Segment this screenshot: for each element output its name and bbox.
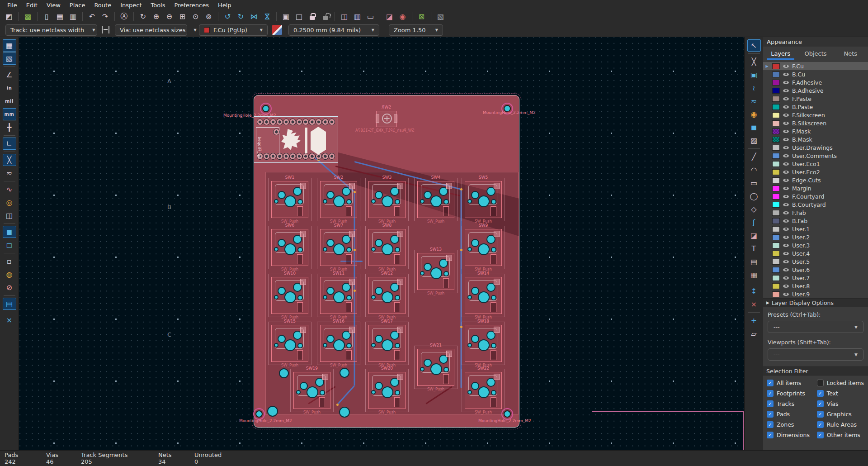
menu-file[interactable]: File xyxy=(3,1,22,10)
layer-row-F.Mask[interactable]: F.Mask xyxy=(763,127,868,135)
visibility-eye-icon[interactable] xyxy=(783,153,789,159)
switch-SW21[interactable] xyxy=(417,349,454,386)
plot-button[interactable]: ▥ xyxy=(67,11,79,22)
switch-SW17[interactable] xyxy=(368,325,406,362)
track-width-select[interactable]: Track: use netclass width ▼ xyxy=(5,24,97,36)
menu-route[interactable]: Route xyxy=(90,1,116,10)
checkbox-checked-icon[interactable]: ✓ xyxy=(767,390,774,397)
switch-SW4[interactable] xyxy=(417,181,454,218)
layer-row-B.Adhesive[interactable]: B.Adhesive xyxy=(763,86,868,95)
filter-item-locked-items[interactable]: Locked items xyxy=(817,380,864,386)
layer-row-User.2[interactable]: User.2 xyxy=(763,233,868,241)
visibility-eye-icon[interactable] xyxy=(783,63,789,69)
layer-color-swatch[interactable] xyxy=(772,210,780,216)
layer-row-B.Silkscreen[interactable]: B.Silkscreen xyxy=(763,119,868,127)
menu-place[interactable]: Place xyxy=(65,1,90,10)
layer-row-Margin[interactable]: Margin xyxy=(763,184,868,192)
visibility-eye-icon[interactable] xyxy=(783,96,789,102)
library-browser-button[interactable]: ▥ xyxy=(351,11,363,22)
checkbox-checked-icon[interactable]: ✓ xyxy=(767,400,774,407)
zone-fill-display-button[interactable]: ◼ xyxy=(3,226,16,238)
polar-coordinates-button[interactable]: ∠ xyxy=(3,69,16,81)
visibility-eye-icon[interactable] xyxy=(783,283,789,289)
zoom-in-button[interactable]: ⊕ xyxy=(150,11,162,22)
visibility-eye-icon[interactable] xyxy=(783,137,789,143)
filter-item-text[interactable]: ✓Text xyxy=(817,390,864,397)
zoom-selection-button[interactable]: ⊚ xyxy=(203,11,215,22)
visibility-eye-icon[interactable] xyxy=(783,80,789,86)
filter-item-dimensions[interactable]: ✓Dimensions xyxy=(767,432,817,438)
layer-color-swatch[interactable] xyxy=(772,128,780,134)
switch-SW16[interactable] xyxy=(320,325,357,362)
add-bezier-button[interactable]: ʃ xyxy=(747,216,761,228)
menu-view[interactable]: View xyxy=(42,1,65,10)
visibility-eye-icon[interactable] xyxy=(783,104,789,110)
switch-SW20[interactable] xyxy=(368,372,406,409)
layer-color-swatch[interactable] xyxy=(772,96,780,102)
switch-SW8[interactable] xyxy=(368,229,406,266)
layer-color-swatch[interactable] xyxy=(772,80,780,86)
menu-inspect[interactable]: Inspect xyxy=(116,1,146,10)
filter-item-graphics[interactable]: ✓Graphics xyxy=(817,411,864,418)
lock-button[interactable] xyxy=(306,11,318,22)
filter-item-pads[interactable]: ✓Pads xyxy=(767,411,817,418)
auto-track-width-icon[interactable] xyxy=(102,26,109,33)
layer-row-F.Cu[interactable]: ▶F.Cu xyxy=(763,62,868,70)
layer-row-F.Adhesive[interactable]: F.Adhesive xyxy=(763,78,868,86)
add-line-button[interactable]: ╱ xyxy=(747,151,761,163)
visibility-eye-icon[interactable] xyxy=(783,194,789,200)
layer-row-F.Fab[interactable]: F.Fab xyxy=(763,209,868,217)
tab-nets[interactable]: Nets xyxy=(833,48,868,60)
switch-SW3[interactable] xyxy=(368,181,406,218)
layer-color-swatch[interactable] xyxy=(772,202,780,208)
layer-row-B.Fab[interactable]: B.Fab xyxy=(763,217,868,225)
layer-color-swatch[interactable] xyxy=(772,145,780,151)
add-polygon-button[interactable]: ◇ xyxy=(747,203,761,215)
presets-select[interactable]: --- ▼ xyxy=(768,321,863,333)
active-layer-select[interactable]: F.Cu (PgUp) ▼ xyxy=(199,24,268,36)
layer-color-swatch[interactable] xyxy=(772,267,780,273)
visibility-eye-icon[interactable] xyxy=(783,234,789,240)
find-button[interactable]: Ⓐ xyxy=(118,11,130,22)
switch-SW19[interactable] xyxy=(293,372,330,409)
pad-transparency-button[interactable]: ◍ xyxy=(3,268,16,281)
menu-help[interactable]: Help xyxy=(213,1,236,10)
limit-45-degree-button[interactable]: ∟ xyxy=(3,138,16,150)
filter-item-tracks[interactable]: ✓Tracks xyxy=(767,400,817,407)
layer-row-F.Paste[interactable]: F.Paste xyxy=(763,95,868,103)
add-text-button[interactable]: T xyxy=(747,243,761,255)
edit-footprints-button[interactable]: ◫ xyxy=(338,11,350,22)
layer-row-User.8[interactable]: User.8 xyxy=(763,282,868,290)
zoom-out-button[interactable]: ⊖ xyxy=(163,11,175,22)
layer-color-swatch[interactable] xyxy=(772,275,780,281)
checkbox-checked-icon[interactable]: ✓ xyxy=(817,432,824,438)
checkbox-checked-icon[interactable]: ✓ xyxy=(817,400,824,407)
visibility-eye-icon[interactable] xyxy=(783,210,789,216)
add-zone-button[interactable]: ◼ xyxy=(747,121,761,133)
layer-row-B.Courtyard[interactable]: B.Courtyard xyxy=(763,200,868,209)
grid-origin-button[interactable]: + xyxy=(747,314,761,327)
filter-item-zones[interactable]: ✓Zones xyxy=(767,421,817,428)
visibility-eye-icon[interactable] xyxy=(783,128,789,134)
layer-row-User.Drawings[interactable]: User.Drawings xyxy=(763,143,868,152)
visibility-eye-icon[interactable] xyxy=(783,251,789,257)
units-inches-button[interactable]: in xyxy=(3,82,16,94)
reset-switch-SWR[interactable] xyxy=(376,111,397,127)
layer-display-options-bar[interactable]: ▶ Layer Display Options xyxy=(763,298,868,307)
show-ratsnest-button[interactable]: ╳ xyxy=(3,154,16,166)
layer-color-swatch[interactable] xyxy=(772,218,780,224)
switch-SW11[interactable] xyxy=(320,277,357,314)
flip-vertical-button[interactable]: ⋈ xyxy=(261,11,273,22)
highlight-ratsnest-button[interactable]: ╳ xyxy=(747,56,761,68)
unlock-button[interactable] xyxy=(319,11,331,22)
sketch-pads-button[interactable]: ◫ xyxy=(3,209,16,222)
layer-color-swatch[interactable] xyxy=(772,259,780,265)
via-size-select[interactable]: Via: use netclass sizes ▼ xyxy=(115,24,187,36)
board-setup-button[interactable]: ▩ xyxy=(22,11,34,22)
layer-row-User.4[interactable]: User.4 xyxy=(763,249,868,257)
via-transparency-button[interactable]: ⊘ xyxy=(3,281,16,294)
redo-button[interactable]: ↷ xyxy=(99,11,111,22)
visibility-eye-icon[interactable] xyxy=(783,259,789,265)
zoom-fit-page-button[interactable]: ⊞ xyxy=(176,11,189,22)
checkbox-checked-icon[interactable]: ✓ xyxy=(767,411,774,418)
